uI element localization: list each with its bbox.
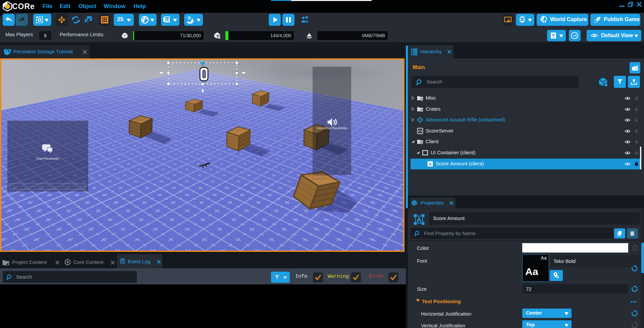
svg-text:A: A: [417, 216, 422, 223]
svg-text:A: A: [429, 162, 432, 167]
